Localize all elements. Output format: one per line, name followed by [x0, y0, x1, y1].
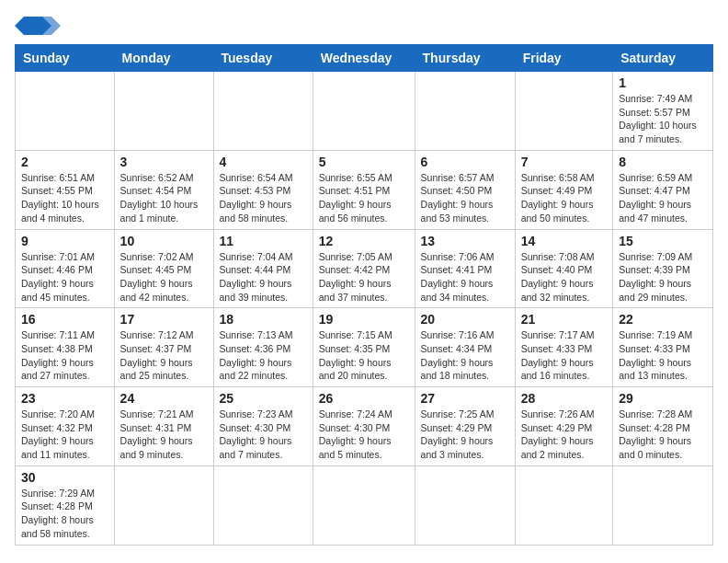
day-info: Sunrise: 6:54 AM Sunset: 4:53 PM Dayligh…: [220, 171, 307, 225]
calendar-week-row: 1Sunrise: 7:49 AM Sunset: 5:57 PM Daylig…: [16, 72, 713, 151]
calendar-cell: 13Sunrise: 7:06 AM Sunset: 4:41 PM Dayli…: [415, 229, 515, 308]
day-number: 23: [21, 391, 108, 406]
calendar-cell: 23Sunrise: 7:20 AM Sunset: 4:32 PM Dayli…: [16, 387, 115, 466]
calendar-week-row: 2Sunrise: 6:51 AM Sunset: 4:55 PM Daylig…: [16, 150, 713, 229]
day-number: 4: [220, 155, 307, 169]
day-number: 12: [319, 234, 409, 248]
calendar-cell: 3Sunrise: 6:52 AM Sunset: 4:54 PM Daylig…: [114, 150, 213, 229]
calendar-cell: 10Sunrise: 7:02 AM Sunset: 4:45 PM Dayli…: [114, 229, 213, 308]
calendar-cell: 27Sunrise: 7:25 AM Sunset: 4:29 PM Dayli…: [415, 387, 515, 466]
calendar-cell: 4Sunrise: 6:54 AM Sunset: 4:53 PM Daylig…: [213, 150, 313, 229]
day-number: 20: [421, 312, 509, 327]
calendar-cell: [213, 465, 313, 545]
day-info: Sunrise: 7:21 AM Sunset: 4:31 PM Dayligh…: [120, 408, 208, 462]
column-header-saturday: Saturday: [613, 45, 713, 72]
day-number: 30: [21, 470, 108, 485]
calendar-week-row: 23Sunrise: 7:20 AM Sunset: 4:32 PM Dayli…: [16, 387, 713, 466]
day-number: 16: [21, 312, 108, 327]
calendar-cell: [515, 465, 613, 545]
column-header-monday: Monday: [114, 45, 213, 72]
day-info: Sunrise: 7:05 AM Sunset: 4:42 PM Dayligh…: [319, 250, 409, 304]
calendar-cell: 16Sunrise: 7:11 AM Sunset: 4:38 PM Dayli…: [16, 308, 115, 387]
day-number: 22: [619, 312, 707, 327]
day-info: Sunrise: 7:01 AM Sunset: 4:46 PM Dayligh…: [21, 250, 108, 304]
day-info: Sunrise: 7:06 AM Sunset: 4:41 PM Dayligh…: [421, 250, 509, 304]
column-header-tuesday: Tuesday: [213, 45, 313, 72]
column-header-friday: Friday: [515, 45, 613, 72]
page-header: [15, 15, 713, 35]
calendar-cell: [213, 72, 313, 151]
calendar-cell: [415, 465, 515, 545]
calendar-cell: [613, 465, 713, 545]
day-info: Sunrise: 7:49 AM Sunset: 5:57 PM Dayligh…: [619, 92, 707, 146]
calendar-week-row: 16Sunrise: 7:11 AM Sunset: 4:38 PM Dayli…: [16, 308, 713, 387]
day-info: Sunrise: 6:55 AM Sunset: 4:51 PM Dayligh…: [319, 171, 409, 225]
day-number: 10: [120, 234, 208, 248]
day-info: Sunrise: 7:28 AM Sunset: 4:28 PM Dayligh…: [619, 408, 707, 462]
day-info: Sunrise: 7:15 AM Sunset: 4:35 PM Dayligh…: [319, 328, 409, 383]
day-info: Sunrise: 7:16 AM Sunset: 4:34 PM Dayligh…: [421, 328, 509, 383]
calendar-week-row: 9Sunrise: 7:01 AM Sunset: 4:46 PM Daylig…: [16, 229, 713, 308]
calendar-cell: 29Sunrise: 7:28 AM Sunset: 4:28 PM Dayli…: [613, 387, 713, 466]
calendar-cell: 30Sunrise: 7:29 AM Sunset: 4:28 PM Dayli…: [16, 465, 115, 545]
logo: [15, 15, 61, 35]
day-info: Sunrise: 7:19 AM Sunset: 4:33 PM Dayligh…: [619, 328, 707, 383]
day-info: Sunrise: 7:17 AM Sunset: 4:33 PM Dayligh…: [521, 328, 608, 383]
day-info: Sunrise: 6:57 AM Sunset: 4:50 PM Dayligh…: [421, 171, 509, 225]
day-number: 11: [220, 234, 307, 248]
calendar-cell: 5Sunrise: 6:55 AM Sunset: 4:51 PM Daylig…: [313, 150, 415, 229]
day-number: 5: [319, 155, 409, 169]
logo-icon: [15, 15, 61, 35]
calendar-cell: 8Sunrise: 6:59 AM Sunset: 4:47 PM Daylig…: [613, 150, 713, 229]
day-number: 2: [21, 155, 108, 169]
calendar-cell: 20Sunrise: 7:16 AM Sunset: 4:34 PM Dayli…: [415, 308, 515, 387]
calendar-cell: 19Sunrise: 7:15 AM Sunset: 4:35 PM Dayli…: [313, 308, 415, 387]
day-number: 15: [619, 234, 707, 248]
day-info: Sunrise: 7:13 AM Sunset: 4:36 PM Dayligh…: [220, 328, 307, 383]
day-number: 25: [220, 391, 307, 406]
day-info: Sunrise: 7:11 AM Sunset: 4:38 PM Dayligh…: [21, 328, 108, 383]
calendar-cell: 7Sunrise: 6:58 AM Sunset: 4:49 PM Daylig…: [515, 150, 613, 229]
day-number: 18: [220, 312, 307, 327]
day-number: 27: [421, 391, 509, 406]
calendar-cell: 21Sunrise: 7:17 AM Sunset: 4:33 PM Dayli…: [515, 308, 613, 387]
column-header-sunday: Sunday: [16, 45, 115, 72]
calendar-table: SundayMondayTuesdayWednesdayThursdayFrid…: [15, 44, 713, 546]
calendar-cell: [114, 72, 213, 151]
day-number: 14: [521, 234, 608, 248]
calendar-cell: 28Sunrise: 7:26 AM Sunset: 4:29 PM Dayli…: [515, 387, 613, 466]
column-header-wednesday: Wednesday: [313, 45, 415, 72]
day-info: Sunrise: 7:02 AM Sunset: 4:45 PM Dayligh…: [120, 250, 208, 304]
calendar-cell: [16, 72, 115, 151]
day-info: Sunrise: 6:59 AM Sunset: 4:47 PM Dayligh…: [619, 171, 707, 225]
day-info: Sunrise: 7:04 AM Sunset: 4:44 PM Dayligh…: [220, 250, 307, 304]
day-info: Sunrise: 6:58 AM Sunset: 4:49 PM Dayligh…: [521, 171, 608, 225]
day-number: 21: [521, 312, 608, 327]
calendar-header-row: SundayMondayTuesdayWednesdayThursdayFrid…: [16, 45, 713, 72]
calendar-cell: 26Sunrise: 7:24 AM Sunset: 4:30 PM Dayli…: [313, 387, 415, 466]
calendar-cell: [515, 72, 613, 151]
calendar-cell: 25Sunrise: 7:23 AM Sunset: 4:30 PM Dayli…: [213, 387, 313, 466]
day-number: 8: [619, 155, 707, 169]
calendar-cell: 2Sunrise: 6:51 AM Sunset: 4:55 PM Daylig…: [16, 150, 115, 229]
day-info: Sunrise: 7:24 AM Sunset: 4:30 PM Dayligh…: [319, 408, 409, 462]
day-info: Sunrise: 7:26 AM Sunset: 4:29 PM Dayligh…: [521, 408, 608, 462]
day-info: Sunrise: 7:08 AM Sunset: 4:40 PM Dayligh…: [521, 250, 608, 304]
day-number: 26: [319, 391, 409, 406]
calendar-cell: 17Sunrise: 7:12 AM Sunset: 4:37 PM Dayli…: [114, 308, 213, 387]
day-number: 1: [619, 75, 707, 90]
day-number: 24: [120, 391, 208, 406]
day-number: 3: [120, 155, 208, 169]
calendar-cell: [313, 72, 415, 151]
day-number: 29: [619, 391, 707, 406]
day-number: 9: [21, 234, 108, 248]
day-number: 7: [521, 155, 608, 169]
day-info: Sunrise: 6:51 AM Sunset: 4:55 PM Dayligh…: [21, 171, 108, 225]
calendar-week-row: 30Sunrise: 7:29 AM Sunset: 4:28 PM Dayli…: [16, 465, 713, 545]
calendar-cell: [415, 72, 515, 151]
column-header-thursday: Thursday: [415, 45, 515, 72]
calendar-cell: 22Sunrise: 7:19 AM Sunset: 4:33 PM Dayli…: [613, 308, 713, 387]
day-info: Sunrise: 7:29 AM Sunset: 4:28 PM Dayligh…: [21, 487, 108, 541]
day-info: Sunrise: 7:25 AM Sunset: 4:29 PM Dayligh…: [421, 408, 509, 462]
day-info: Sunrise: 7:20 AM Sunset: 4:32 PM Dayligh…: [21, 408, 108, 462]
